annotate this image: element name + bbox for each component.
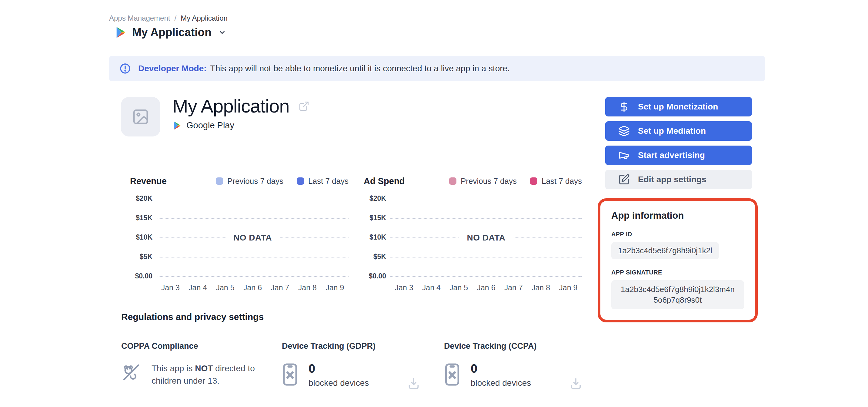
start-advertising-button[interactable]: Start advertising bbox=[605, 146, 752, 165]
coppa-text-pre: This app is bbox=[152, 364, 192, 373]
ccpa-blocked-label: blocked devices bbox=[471, 378, 531, 388]
x-tick: Jan 6 bbox=[243, 283, 262, 292]
x-tick: Jan 4 bbox=[188, 283, 207, 292]
gridline bbox=[157, 276, 348, 277]
legend-previous-7-days[interactable]: Previous 7 days bbox=[216, 176, 283, 186]
x-tick: Jan 9 bbox=[559, 283, 577, 292]
y-tick: $0.00 bbox=[130, 272, 152, 280]
gridline bbox=[157, 257, 348, 258]
legend-label: Previous 7 days bbox=[461, 176, 517, 186]
setup-mediation-button[interactable]: Set up Mediation bbox=[605, 121, 752, 141]
gdpr-blocked-label: blocked devices bbox=[309, 378, 369, 388]
banner-title: Developer Mode: bbox=[138, 64, 207, 74]
x-axis: Jan 3 Jan 4 Jan 5 Jan 6 Jan 7 Jan 8 Jan … bbox=[390, 283, 582, 292]
app-signature-label: APP SIGNATURE bbox=[611, 269, 744, 276]
x-tick: Jan 6 bbox=[477, 283, 495, 292]
x-tick: Jan 9 bbox=[326, 283, 344, 292]
external-link-icon[interactable] bbox=[299, 101, 309, 112]
legend-label: Previous 7 days bbox=[227, 176, 283, 186]
coppa-text-bold: NOT bbox=[195, 364, 213, 373]
app-id-label: APP ID bbox=[611, 231, 744, 238]
legend-swatch bbox=[449, 177, 457, 185]
chart-title: Ad Spend bbox=[364, 176, 405, 186]
app-id-value: 1a2b3c4d5e6f7g8h9i0j1k2l bbox=[611, 242, 719, 259]
app-info-panel-highlighted: App information APP ID 1a2b3c4d5e6f7g8h9… bbox=[598, 198, 758, 322]
megaphone-icon bbox=[618, 149, 630, 161]
x-tick: Jan 8 bbox=[298, 283, 317, 292]
google-play-icon bbox=[173, 121, 182, 130]
button-label: Edit app settings bbox=[638, 175, 707, 184]
gridline bbox=[390, 257, 582, 258]
x-tick: Jan 3 bbox=[395, 283, 413, 292]
y-tick: $5K bbox=[130, 253, 152, 261]
x-tick: Jan 7 bbox=[271, 283, 289, 292]
coppa-text: This app is NOT directed to children und… bbox=[152, 362, 258, 387]
platform-label: Google Play bbox=[186, 120, 234, 130]
alert-circle-icon bbox=[119, 63, 131, 74]
regulations-title: Regulations and privacy settings bbox=[121, 312, 264, 322]
page: Apps Management / My Application My Appl… bbox=[0, 0, 868, 407]
y-tick: $20K bbox=[130, 195, 152, 203]
page-title: My Application bbox=[132, 26, 212, 39]
chart-legend: Previous 7 days Last 7 days bbox=[449, 176, 582, 186]
gridline bbox=[390, 218, 582, 219]
x-tick: Jan 3 bbox=[161, 283, 180, 292]
download-icon[interactable] bbox=[569, 377, 583, 391]
x-tick: Jan 5 bbox=[450, 283, 468, 292]
legend-label: Last 7 days bbox=[541, 176, 582, 186]
app-platform: Google Play bbox=[173, 120, 309, 130]
gdpr-title: Device Tracking (GDPR) bbox=[282, 342, 424, 351]
gridline bbox=[157, 218, 348, 219]
legend-last-7-days[interactable]: Last 7 days bbox=[530, 176, 582, 186]
ccpa-blocked-count: 0 bbox=[471, 362, 531, 375]
gdpr-blocked-count: 0 bbox=[309, 362, 369, 375]
legend-swatch bbox=[297, 177, 304, 185]
plot-area: $20K $15K $10K $5K $0.00 NO DATA Jan 3 J… bbox=[364, 195, 582, 295]
device-tracking-gdpr: Device Tracking (GDPR) 0 blocked devices bbox=[282, 342, 424, 388]
button-label: Start advertising bbox=[638, 150, 705, 160]
device-tracking-ccpa: Device Tracking (CCPA) 0 blocked devices bbox=[444, 342, 586, 388]
layers-icon bbox=[618, 125, 630, 137]
gridline bbox=[390, 276, 582, 277]
x-tick: Jan 4 bbox=[422, 283, 441, 292]
breadcrumb-apps-management[interactable]: Apps Management bbox=[109, 14, 170, 23]
button-label: Set up Monetization bbox=[638, 102, 718, 112]
app-header: My Application Google Play bbox=[173, 95, 309, 130]
y-tick: $0.00 bbox=[364, 272, 386, 280]
no-data-label: NO DATA bbox=[459, 232, 514, 244]
dollar-icon bbox=[618, 101, 630, 113]
plot-area: $20K $15K $10K $5K $0.00 NO DATA Jan 3 J… bbox=[130, 195, 348, 295]
no-data-label: NO DATA bbox=[225, 232, 280, 244]
y-tick: $15K bbox=[364, 214, 386, 222]
edit-app-settings-button[interactable]: Edit app settings bbox=[605, 170, 752, 189]
app-icon-placeholder bbox=[121, 97, 160, 137]
y-tick: $10K bbox=[130, 233, 152, 241]
legend-last-7-days[interactable]: Last 7 days bbox=[297, 176, 348, 186]
action-buttons: Set up Monetization Set up Mediation bbox=[605, 97, 752, 189]
chart-title: Revenue bbox=[130, 176, 167, 186]
coppa-compliance: COPPA Compliance This app is NOT directe… bbox=[121, 342, 267, 387]
chart-legend: Previous 7 days Last 7 days bbox=[216, 176, 348, 186]
gridline bbox=[157, 199, 348, 199]
y-tick: $10K bbox=[364, 233, 386, 241]
legend-label: Last 7 days bbox=[308, 176, 348, 186]
ad-spend-chart: Ad Spend Previous 7 days Last 7 days $20… bbox=[364, 175, 582, 295]
edit-icon bbox=[618, 174, 630, 185]
phone-blocked-icon bbox=[282, 362, 298, 387]
download-icon[interactable] bbox=[407, 377, 421, 391]
breadcrumb-current: My Application bbox=[181, 14, 227, 23]
chevron-down-icon[interactable] bbox=[218, 29, 226, 36]
x-axis: Jan 3 Jan 4 Jan 5 Jan 6 Jan 7 Jan 8 Jan … bbox=[157, 283, 348, 292]
child-prohibited-icon bbox=[121, 362, 141, 382]
legend-previous-7-days[interactable]: Previous 7 days bbox=[449, 176, 517, 186]
setup-monetization-button[interactable]: Set up Monetization bbox=[605, 97, 752, 116]
y-tick: $5K bbox=[364, 253, 386, 261]
revenue-chart: Revenue Previous 7 days Last 7 days $20K… bbox=[130, 175, 348, 295]
x-tick: Jan 8 bbox=[532, 283, 550, 292]
banner-message: This app will not be able to monetize un… bbox=[210, 64, 510, 74]
breadcrumb-separator: / bbox=[174, 14, 176, 23]
legend-swatch bbox=[530, 177, 537, 185]
gridline bbox=[390, 199, 582, 199]
phone-blocked-icon bbox=[444, 362, 460, 387]
ccpa-title: Device Tracking (CCPA) bbox=[444, 342, 586, 351]
